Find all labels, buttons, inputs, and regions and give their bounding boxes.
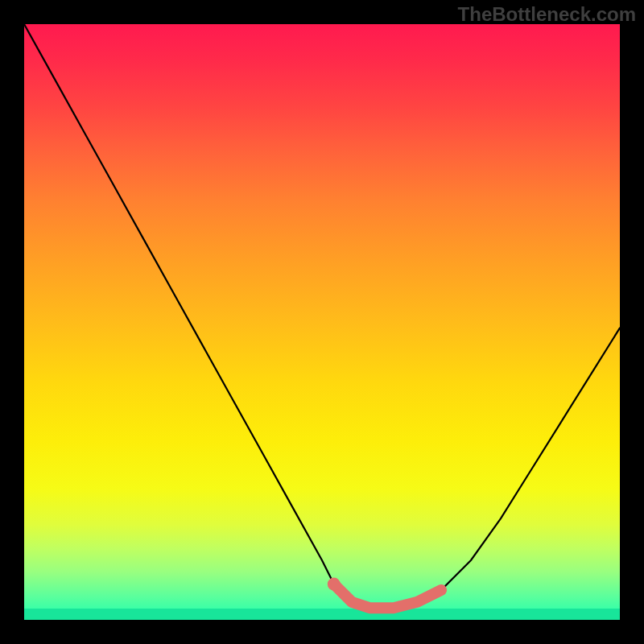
- optimal-range-start-dot: [328, 578, 341, 591]
- plot-area: [24, 24, 620, 620]
- chart-container: TheBottleneck.com: [0, 0, 644, 644]
- optimal-range-highlight: [334, 584, 441, 609]
- watermark-text: TheBottleneck.com: [458, 3, 636, 26]
- curve-layer: [24, 24, 620, 620]
- bottleneck-curve: [24, 24, 620, 608]
